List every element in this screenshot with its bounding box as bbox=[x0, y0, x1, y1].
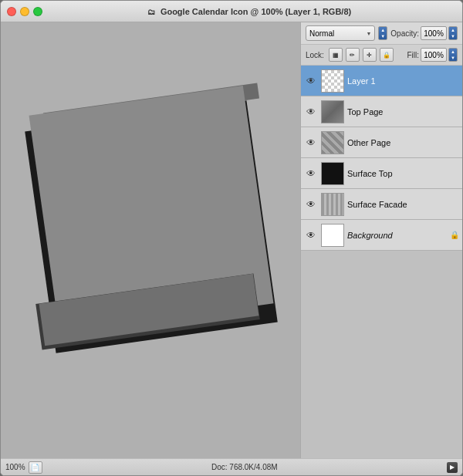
opacity-spin-down-icon[interactable]: ▼ bbox=[449, 33, 457, 39]
layer-thumbnail bbox=[321, 193, 344, 216]
fill-label: Fill: bbox=[407, 51, 419, 59]
opacity-spin-up-icon[interactable]: ▲ bbox=[449, 27, 457, 33]
layer-item[interactable]: 👁 Top Page bbox=[301, 96, 462, 127]
white-thumb bbox=[322, 224, 343, 246]
visibility-icon[interactable]: 👁 bbox=[304, 167, 318, 181]
checkerboard-thumb bbox=[322, 70, 343, 92]
lock-transparent-button[interactable]: ▦ bbox=[329, 48, 343, 62]
fill-spin-up-icon[interactable]: ▲ bbox=[449, 49, 457, 55]
layer-item[interactable]: 👁 Surface Facade bbox=[301, 189, 462, 220]
lock-image-button[interactable]: ✏ bbox=[346, 48, 360, 62]
visibility-icon[interactable]: 👁 bbox=[304, 105, 318, 119]
fill-section: Fill: 100% ▲ ▼ bbox=[407, 48, 458, 62]
layer-lock-icon: 🔒 bbox=[450, 231, 459, 239]
blend-opacity-row: Normal ▼ ▲ ▼ Opacity: 100% ▲ ▼ bbox=[301, 22, 462, 45]
layer-item[interactable]: 👁 Surface Top bbox=[301, 158, 462, 189]
layer-name: Other Page bbox=[347, 138, 459, 147]
lock-position-button[interactable]: ✛ bbox=[363, 48, 377, 62]
visibility-icon[interactable]: 👁 bbox=[304, 197, 318, 211]
layer-thumbnail bbox=[321, 100, 344, 123]
app-icon: 🗂 bbox=[147, 8, 155, 16]
lock-all-button[interactable]: 🔒 bbox=[380, 48, 394, 62]
visibility-icon[interactable]: 👁 bbox=[304, 136, 318, 150]
fill-value[interactable]: 100% bbox=[421, 48, 447, 62]
close-button[interactable] bbox=[7, 7, 16, 16]
layer-name: Background bbox=[347, 231, 447, 240]
blend-mode-select[interactable]: Normal ▼ bbox=[306, 25, 375, 41]
opacity-value[interactable]: 100% bbox=[421, 26, 447, 40]
move-icon: ✛ bbox=[367, 52, 372, 59]
canvas-area bbox=[1, 22, 300, 458]
layers-list: 👁 Layer 1 👁 Top Page 👁 bbox=[301, 66, 462, 458]
fill-spin-down-icon[interactable]: ▼ bbox=[449, 55, 457, 61]
layer-thumbnail bbox=[321, 224, 344, 247]
window-title: 🗂 Google Calendar Icon @ 100% (Layer 1, … bbox=[42, 7, 456, 16]
minimize-button[interactable] bbox=[20, 7, 29, 16]
opacity-spinner[interactable]: ▲ ▼ bbox=[448, 26, 458, 40]
blend-dropdown-arrow: ▼ bbox=[366, 31, 371, 36]
photoshop-window: 🗂 Google Calendar Icon @ 100% (Layer 1, … bbox=[0, 0, 463, 476]
status-arrow-button[interactable]: ▶ bbox=[447, 462, 458, 473]
status-page-icon[interactable]: 📄 bbox=[29, 461, 42, 474]
layer-item[interactable]: 👁 Layer 1 bbox=[301, 66, 462, 96]
content-area: Normal ▼ ▲ ▼ Opacity: 100% ▲ ▼ bbox=[1, 22, 462, 458]
layers-panel: Normal ▼ ▲ ▼ Opacity: 100% ▲ ▼ bbox=[300, 22, 462, 458]
opacity-section: Opacity: 100% ▲ ▼ bbox=[390, 26, 458, 40]
visibility-icon[interactable]: 👁 bbox=[304, 74, 318, 88]
zoom-level: 100% bbox=[5, 463, 25, 471]
layer-name: Surface Facade bbox=[347, 200, 459, 209]
right-arrow-icon: ▶ bbox=[450, 464, 455, 471]
layer-name: Top Page bbox=[347, 107, 459, 116]
layer-item[interactable]: 👁 Background 🔒 bbox=[301, 220, 462, 251]
layer-name: Surface Top bbox=[347, 169, 459, 178]
page-icon: 📄 bbox=[31, 464, 39, 471]
lock-row: Lock: ▦ ✏ ✛ 🔒 Fill: 100% ▲ bbox=[301, 45, 462, 66]
blend-spinner[interactable]: ▲ ▼ bbox=[378, 26, 387, 40]
maximize-button[interactable] bbox=[33, 7, 42, 16]
lock-label: Lock: bbox=[306, 51, 324, 59]
black-thumb bbox=[322, 163, 343, 184]
checkerboard-icon: ▦ bbox=[333, 52, 339, 59]
spin-up-icon[interactable]: ▲ bbox=[379, 27, 387, 33]
layer-thumbnail bbox=[321, 131, 344, 154]
layer-name: Layer 1 bbox=[347, 76, 459, 86]
layer-item[interactable]: 👁 Other Page bbox=[301, 127, 462, 158]
visibility-icon[interactable]: 👁 bbox=[304, 228, 318, 242]
gray-diagonal-thumb bbox=[322, 101, 343, 123]
stripes-thumb bbox=[322, 132, 343, 154]
icon-graphic bbox=[24, 61, 279, 393]
lock-icon: 🔒 bbox=[383, 52, 390, 59]
statusbar: 100% 📄 Doc: 768.0K/4.08M ▶ bbox=[1, 458, 462, 475]
brush-icon: ✏ bbox=[350, 52, 355, 59]
opacity-label: Opacity: bbox=[390, 29, 419, 38]
stripes2-thumb bbox=[322, 194, 343, 215]
spin-down-icon[interactable]: ▼ bbox=[379, 33, 387, 39]
doc-info: Doc: 768.0K/4.08M bbox=[46, 463, 444, 471]
layer-thumbnail bbox=[321, 69, 344, 93]
titlebar: 🗂 Google Calendar Icon @ 100% (Layer 1, … bbox=[1, 1, 462, 22]
fill-spinner[interactable]: ▲ ▼ bbox=[448, 48, 458, 62]
layer-thumbnail bbox=[321, 162, 344, 185]
traffic-lights bbox=[7, 7, 42, 16]
